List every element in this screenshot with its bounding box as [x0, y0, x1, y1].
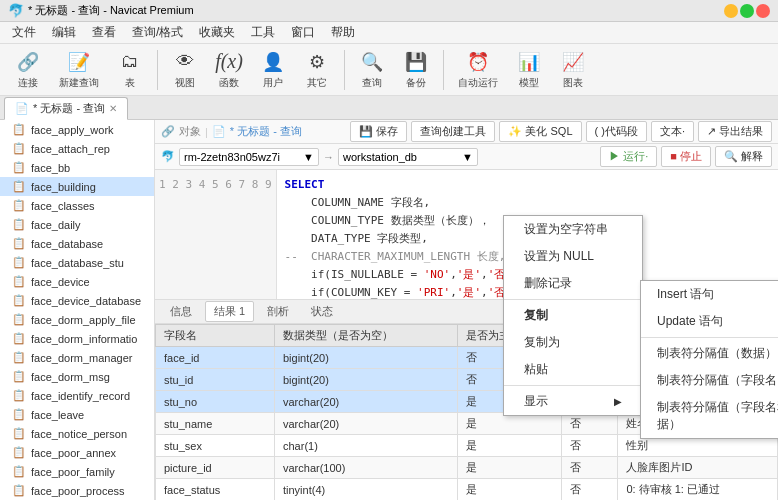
connection-bar: 🐬 rm-2zetn83n05wz7i ▼ → workstation_db ▼…: [155, 144, 778, 170]
context-menu-item-set-null[interactable]: 设置为 NULL: [504, 243, 642, 270]
close-button[interactable]: [756, 4, 770, 18]
menu-window[interactable]: 窗口: [283, 22, 323, 43]
model-button[interactable]: 📊 模型: [509, 46, 549, 94]
explain-button[interactable]: 🔍 解释: [715, 146, 772, 167]
sidebar-item-face_dorm_msg[interactable]: 📋face_dorm_msg: [0, 367, 154, 386]
view-button[interactable]: 👁 视图: [165, 46, 205, 94]
tab-icon: 📄: [15, 102, 29, 115]
other-button[interactable]: ⚙ 其它: [297, 46, 337, 94]
sub-context-menu-item-insert-stmt[interactable]: Insert 语句: [641, 281, 778, 308]
sidebar-item-face_device[interactable]: 📋face_device: [0, 272, 154, 291]
toolbar-separator-1: [157, 50, 158, 90]
separator: |: [205, 126, 208, 138]
query-icon: 🔍: [360, 50, 384, 74]
stop-button[interactable]: ■ 停止: [661, 146, 711, 167]
table-icon: 📋: [12, 389, 26, 402]
connection-selector[interactable]: rm-2zetn83n05wz7i ▼: [179, 148, 319, 166]
sidebar-item-face_bb[interactable]: 📋face_bb: [0, 158, 154, 177]
sidebar-item-face_dorm_manager[interactable]: 📋face_dorm_manager: [0, 348, 154, 367]
export-button[interactable]: ↗ 导出结果: [698, 121, 772, 142]
sidebar-item-face_notice_person[interactable]: 📋face_notice_person: [0, 424, 154, 443]
beautify-button[interactable]: ✨ 美化 SQL: [499, 121, 581, 142]
code-snippet-button[interactable]: ( )代码段: [586, 121, 647, 142]
sidebar-item-face_database_stu[interactable]: 📋face_database_stu: [0, 253, 154, 272]
chart-icon: 📈: [561, 50, 585, 74]
sidebar-item-face_device_database[interactable]: 📋face_device_database: [0, 291, 154, 310]
table-button[interactable]: 🗂 表: [110, 46, 150, 94]
column-header-0: 字段名: [156, 325, 275, 347]
sidebar-item-face_poor_annex[interactable]: 📋face_poor_annex: [0, 443, 154, 462]
sidebar-item-face_poor_family[interactable]: 📋face_poor_family: [0, 462, 154, 481]
query-object-label: 对象: [179, 124, 201, 139]
new-query-button[interactable]: 📝 新建查询: [52, 46, 106, 94]
sidebar-item-face_building[interactable]: 📋face_building: [0, 177, 154, 196]
connect-button[interactable]: 🔗 连接: [8, 46, 48, 94]
table-icon: 📋: [12, 370, 26, 383]
sidebar-item-face_apply_work[interactable]: 📋face_apply_work: [0, 120, 154, 139]
table-icon: 🗂: [118, 50, 142, 74]
table-icon: 📋: [12, 218, 26, 231]
context-menu-item-display[interactable]: 显示▶: [504, 388, 642, 415]
export-icon: ↗: [707, 125, 716, 138]
menu-tools[interactable]: 工具: [243, 22, 283, 43]
save-button[interactable]: 💾 保存: [350, 121, 407, 142]
sidebar-item-face_identify_record[interactable]: 📋face_identify_record: [0, 386, 154, 405]
sidebar-item-face_classes[interactable]: 📋face_classes: [0, 196, 154, 215]
query-tab[interactable]: 📄 * 无标题 - 查询 ✕: [4, 97, 128, 120]
menu-edit[interactable]: 编辑: [44, 22, 84, 43]
tab-close-button[interactable]: ✕: [109, 103, 117, 114]
text-button[interactable]: 文本·: [651, 121, 694, 142]
sub-context-menu: Insert 语句Update 语句制表符分隔值（数据）制表符分隔值（字段名）制…: [640, 280, 778, 439]
run-button[interactable]: ▶ 运行·: [600, 146, 657, 167]
menu-query-format[interactable]: 查询/格式: [124, 22, 191, 43]
query-button[interactable]: 🔍 查询: [352, 46, 392, 94]
maximize-button[interactable]: [740, 4, 754, 18]
context-menu-item-copy[interactable]: 复制: [504, 302, 642, 329]
minimize-button[interactable]: [724, 4, 738, 18]
sub-context-menu-item-copy-tab-both[interactable]: 制表符分隔值（字段名和数据）: [641, 394, 778, 438]
results-tab-status[interactable]: 状态: [302, 301, 342, 322]
sub-context-menu-item-copy-tab-fields[interactable]: 制表符分隔值（字段名）: [641, 367, 778, 394]
sidebar-item-face_attach_rep[interactable]: 📋face_attach_rep: [0, 139, 154, 158]
table-row[interactable]: face_statustinyint(4)是否0: 待审核 1: 已通过: [156, 479, 778, 501]
query-toolbar: 🔗 对象 | 📄 * 无标题 - 查询 💾 保存 查询创建工具 ✨ 美化 SQL…: [155, 120, 778, 144]
menu-help[interactable]: 帮助: [323, 22, 363, 43]
context-menu-item-copy-as[interactable]: 复制为: [504, 329, 642, 356]
autorun-button[interactable]: ⏰ 自动运行: [451, 46, 505, 94]
table-icon: 📋: [12, 484, 26, 497]
context-menu-item-paste[interactable]: 粘贴: [504, 356, 642, 383]
sidebar-item-face_database[interactable]: 📋face_database: [0, 234, 154, 253]
db-chevron-icon: ▼: [462, 151, 473, 163]
chart-button[interactable]: 📈 图表: [553, 46, 593, 94]
sidebar-item-face_leave[interactable]: 📋face_leave: [0, 405, 154, 424]
menu-file[interactable]: 文件: [4, 22, 44, 43]
context-menu-item-delete-record[interactable]: 删除记录: [504, 270, 642, 297]
sidebar-item-face_daily[interactable]: 📋face_daily: [0, 215, 154, 234]
table-icon: 📋: [12, 161, 26, 174]
db-icon: 🐬: [161, 150, 175, 163]
backup-button[interactable]: 💾 备份: [396, 46, 436, 94]
menu-view[interactable]: 查看: [84, 22, 124, 43]
database-selector[interactable]: workstation_db ▼: [338, 148, 478, 166]
menu-favorites[interactable]: 收藏夹: [191, 22, 243, 43]
sidebar-item-face_poor_process[interactable]: 📋face_poor_process: [0, 481, 154, 500]
results-tab-result1[interactable]: 结果 1: [205, 301, 254, 322]
table-icon: 📋: [12, 427, 26, 440]
sidebar: 📋face_apply_work📋face_attach_rep📋face_bb…: [0, 120, 155, 500]
user-button[interactable]: 👤 用户: [253, 46, 293, 94]
query-builder-button[interactable]: 查询创建工具: [411, 121, 495, 142]
sub-context-menu-item-update-stmt[interactable]: Update 语句: [641, 308, 778, 335]
results-tab-cut[interactable]: 剖析: [258, 301, 298, 322]
results-tab-info[interactable]: 信息: [161, 301, 201, 322]
backup-icon: 💾: [404, 50, 428, 74]
sidebar-item-face_dorm_apply_file[interactable]: 📋face_dorm_apply_file: [0, 310, 154, 329]
context-menu-item-set-null-char[interactable]: 设置为空字符串: [504, 216, 642, 243]
connect-icon: 🔗: [16, 50, 40, 74]
function-button[interactable]: f(x) 函数: [209, 46, 249, 94]
table-icon: 📋: [12, 294, 26, 307]
toolbar-separator-2: [344, 50, 345, 90]
sub-context-menu-item-copy-tab-semicol[interactable]: 制表符分隔值（数据）: [641, 340, 778, 367]
sidebar-item-face_dorm_informatio[interactable]: 📋face_dorm_informatio: [0, 329, 154, 348]
table-row[interactable]: picture_idvarchar(100)是否人脸库图片ID: [156, 457, 778, 479]
other-icon: ⚙: [305, 50, 329, 74]
